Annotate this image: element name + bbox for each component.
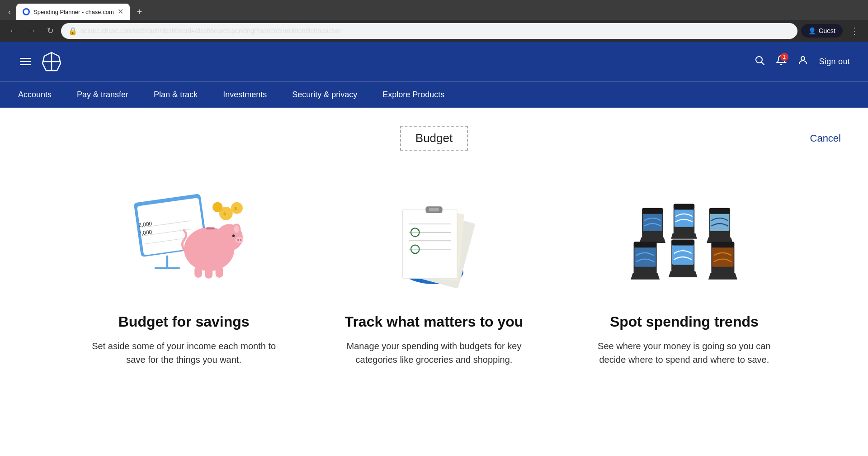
nav-item-explore-products[interactable]: Explore Products	[370, 82, 457, 108]
svg-text:$: $	[223, 212, 226, 216]
nav-item-investments[interactable]: Investments	[210, 82, 279, 108]
svg-rect-51	[674, 204, 694, 210]
page-content: Budget Cancel 2,000	[0, 108, 868, 424]
notification-badge: 1	[780, 53, 788, 61]
search-button[interactable]	[754, 55, 765, 68]
feature-desc-track-matters: Manage your spending with budgets for ke…	[339, 339, 529, 366]
svg-line-5	[761, 62, 764, 65]
svg-point-20	[232, 234, 235, 237]
svg-rect-45	[429, 208, 439, 211]
header-left	[18, 52, 61, 71]
feature-title-budget-savings: Budget for savings	[118, 314, 250, 330]
svg-rect-50	[675, 208, 694, 227]
forward-button[interactable]: →	[24, 24, 40, 38]
new-tab-button[interactable]: +	[133, 5, 146, 19]
sign-out-button[interactable]: Sign out	[819, 57, 850, 66]
svg-rect-54	[709, 208, 730, 214]
svg-point-29	[231, 202, 243, 214]
nav-item-security-privacy[interactable]: Security & privacy	[279, 82, 370, 108]
tab-title: Spending Planner - chase.com	[33, 9, 114, 15]
notifications-button[interactable]: 1	[776, 55, 787, 68]
feature-title-spot-trends: Spot spending trends	[610, 314, 759, 330]
chase-logo	[42, 52, 61, 71]
feature-card-spot-trends: Spot spending trends See where your mone…	[573, 178, 796, 366]
svg-rect-59	[672, 244, 693, 265]
feature-desc-spot-trends: See where your money is going so you can…	[589, 339, 779, 366]
svg-rect-62	[712, 246, 734, 266]
svg-point-30	[212, 202, 222, 212]
svg-point-19	[234, 225, 239, 233]
header-right: 1 Sign out	[754, 55, 850, 68]
page-header: Budget Cancel	[27, 126, 841, 151]
features-grid: 2,000 7,000	[72, 178, 796, 366]
chase-header: 1 Sign out	[0, 42, 868, 81]
tab-favicon	[23, 8, 30, 15]
svg-point-23	[240, 239, 241, 241]
hamburger-menu-button[interactable]	[18, 56, 33, 67]
browser-toolbar: ← → ↻ 🔒 secure.chase.com/web/auth/dashbo…	[0, 20, 868, 42]
feature-title-track-matters: Track what matters to you	[345, 314, 524, 330]
svg-rect-24	[194, 266, 202, 278]
svg-rect-60	[671, 240, 694, 246]
svg-point-6	[801, 57, 805, 60]
hamburger-line	[20, 61, 31, 62]
back-button[interactable]: ←	[5, 24, 21, 38]
hamburger-line	[20, 64, 31, 65]
guest-profile-button[interactable]: 👤 Guest	[801, 24, 843, 38]
svg-point-0	[24, 10, 28, 14]
chase-app: 1 Sign out Accounts Pay & transfer Plan …	[0, 42, 868, 424]
address-bar[interactable]: 🔒 secure.chase.com/web/auth/dashboard#/d…	[61, 23, 797, 39]
svg-text:$: $	[234, 206, 237, 211]
active-tab[interactable]: Spending Planner - chase.com ✕	[16, 4, 130, 20]
svg-point-22	[237, 239, 239, 241]
reload-button[interactable]: ↻	[43, 24, 57, 38]
svg-rect-26	[215, 266, 223, 278]
budget-savings-illustration: 2,000 7,000	[121, 178, 247, 295]
tab-bar: ‹ Spending Planner - chase.com ✕ +	[0, 0, 868, 20]
feature-desc-budget-savings: Set aside some of your income each month…	[89, 339, 279, 366]
svg-rect-27	[206, 228, 215, 230]
guest-icon: 👤	[808, 27, 816, 34]
svg-rect-57	[634, 242, 657, 247]
svg-rect-53	[710, 212, 730, 231]
tab-close-button[interactable]: ✕	[118, 8, 123, 15]
guest-label: Guest	[819, 27, 835, 34]
tab-nav-left[interactable]: ‹	[5, 5, 14, 19]
feature-card-budget-savings: 2,000 7,000	[72, 178, 295, 366]
feature-card-track-matters: Track what matters to you Manage your sp…	[322, 178, 545, 366]
svg-rect-63	[712, 242, 735, 247]
lock-icon: 🔒	[68, 27, 77, 35]
svg-rect-25	[205, 267, 212, 279]
svg-rect-37	[402, 209, 457, 279]
address-text: secure.chase.com/web/auth/dashboard#/das…	[81, 27, 790, 34]
nav-item-accounts[interactable]: Accounts	[18, 82, 64, 108]
track-matters-illustration	[371, 178, 497, 295]
page-title: Budget	[400, 126, 468, 151]
main-nav: Accounts Pay & transfer Plan & track Inv…	[0, 81, 868, 108]
spot-trends-illustration	[621, 178, 747, 295]
nav-item-pay-transfer[interactable]: Pay & transfer	[64, 82, 141, 108]
browser-menu-button[interactable]: ⋮	[846, 24, 863, 38]
svg-rect-47	[643, 212, 662, 231]
account-button[interactable]	[797, 55, 808, 68]
nav-item-plan-track[interactable]: Plan & track	[141, 82, 210, 108]
svg-rect-48	[642, 208, 663, 214]
cancel-button[interactable]: Cancel	[810, 133, 841, 144]
browser-chrome: ‹ Spending Planner - chase.com ✕ + ← → ↻…	[0, 0, 868, 42]
svg-rect-56	[635, 246, 656, 266]
hamburger-line	[20, 58, 31, 59]
